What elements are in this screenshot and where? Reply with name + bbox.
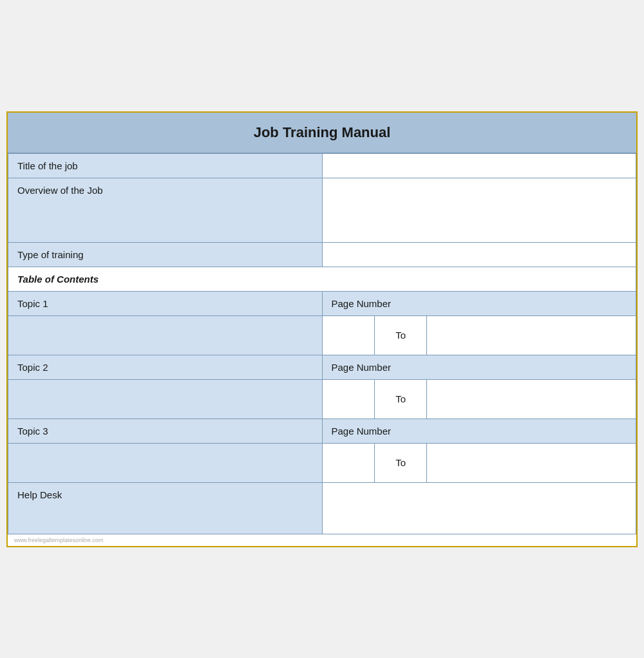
topic1-from-cell: [323, 316, 374, 355]
topic1-sub-row: To: [8, 315, 636, 355]
toc-label: Table of Contents: [8, 267, 636, 291]
topic1-sub-right: To: [323, 316, 479, 355]
topic3-end-cell: [426, 444, 478, 482]
topic3-page: Page Number: [322, 418, 636, 443]
watermark-text: www.freelegaltemplatesonline.com: [8, 534, 636, 546]
topic2-label: Topic 2: [8, 355, 323, 379]
topic2-sub-left: [8, 379, 323, 418]
topic1-sub-right-container: To: [322, 315, 636, 355]
topic3-sub-right-container: To: [322, 443, 636, 482]
topic3-to-label: To: [395, 457, 406, 468]
topic2-to-label: To: [395, 393, 406, 404]
title-value: [322, 153, 636, 178]
topic2-to-cell: To: [374, 380, 426, 418]
topic3-row: Topic 3 Page Number: [8, 418, 636, 443]
topic2-from-cell: [323, 380, 374, 418]
overview-value: [322, 178, 636, 242]
table-row: Overview of the Job: [8, 178, 636, 242]
table-row: Title of the job: [8, 153, 636, 178]
topic1-label: Topic 1: [8, 291, 323, 315]
topic3-sub-left: [8, 443, 323, 482]
topic2-row: Topic 2 Page Number: [8, 355, 636, 379]
topic1-to-label: To: [395, 330, 406, 341]
helpdesk-row: Help Desk: [8, 482, 636, 534]
topic3-from-cell: [323, 444, 374, 482]
topic1-to-cell: To: [374, 316, 426, 355]
helpdesk-label: Help Desk: [8, 482, 323, 534]
document-header: Job Training Manual: [8, 113, 636, 153]
helpdesk-value: [322, 482, 636, 534]
toc-header-row: Table of Contents: [8, 267, 636, 291]
document-container: Job Training Manual Title of the job Ove…: [6, 111, 638, 547]
topic2-end-cell: [426, 380, 478, 418]
topic1-page: Page Number: [322, 291, 636, 315]
type-training-value: [322, 242, 636, 267]
main-table: Title of the job Overview of the Job Typ…: [8, 153, 636, 534]
topic1-end-cell: [426, 316, 478, 355]
table-row: Type of training: [8, 242, 636, 267]
overview-label: Overview of the Job: [8, 178, 323, 242]
topic3-to-cell: To: [374, 444, 426, 482]
topic2-page: Page Number: [322, 355, 636, 379]
document-title: Job Training Manual: [14, 124, 630, 141]
type-training-label: Type of training: [8, 242, 323, 267]
title-label: Title of the job: [8, 153, 323, 178]
topic2-sub-row: To: [8, 379, 636, 418]
topic1-row: Topic 1 Page Number: [8, 291, 636, 315]
topic3-label: Topic 3: [8, 418, 323, 443]
topic1-sub-left: [8, 315, 323, 355]
topic2-sub-right: To: [323, 380, 479, 418]
topic2-sub-right-container: To: [322, 379, 636, 418]
topic3-sub-right: To: [323, 444, 479, 482]
topic3-sub-row: To: [8, 443, 636, 482]
